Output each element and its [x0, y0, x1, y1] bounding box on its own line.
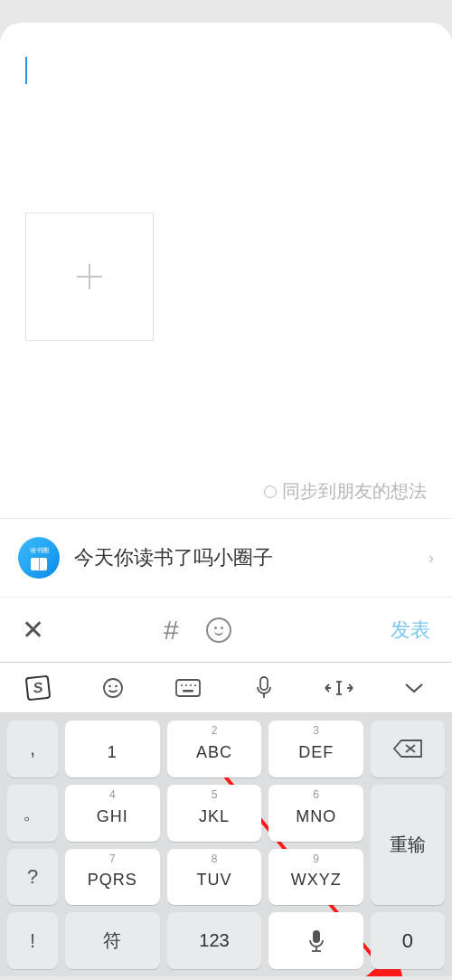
kb-layout-button[interactable]	[151, 679, 226, 697]
key-5-jkl[interactable]: 5JKL	[167, 785, 262, 842]
key-number-mode[interactable]: 123	[167, 912, 262, 969]
emoji-button[interactable]	[206, 617, 231, 643]
keyboard-icon	[175, 679, 201, 697]
smile-icon	[102, 677, 124, 699]
key-3-def[interactable]: 3DEF	[268, 721, 363, 777]
compose-textarea[interactable]	[0, 23, 452, 212]
svg-point-9	[190, 684, 192, 686]
ime-logo-button[interactable]: S	[0, 676, 75, 700]
svg-point-4	[108, 684, 111, 687]
text-caret	[25, 57, 27, 84]
key-exclaim[interactable]: !	[7, 912, 58, 969]
key-zero[interactable]: 0	[371, 912, 445, 969]
plus-icon	[71, 259, 108, 295]
key-1[interactable]: 1	[65, 721, 160, 777]
svg-point-8	[185, 684, 187, 686]
backspace-icon	[392, 739, 423, 759]
svg-rect-6	[176, 680, 200, 696]
sync-label: 同步到朋友的想法	[282, 479, 427, 504]
kb-cursor-button[interactable]	[301, 679, 376, 697]
key-space[interactable]	[268, 912, 363, 969]
key-2-abc[interactable]: 2ABC	[167, 721, 262, 777]
svg-point-5	[115, 684, 118, 687]
kb-voice-button[interactable]	[226, 676, 301, 700]
kb-emoji-button[interactable]	[75, 677, 150, 699]
radio-unchecked-icon	[264, 485, 277, 498]
close-button[interactable]: ✕	[22, 614, 44, 645]
chevron-down-icon	[404, 682, 424, 694]
publish-button[interactable]: 发表	[391, 617, 430, 644]
svg-rect-11	[183, 690, 193, 693]
key-7-pqrs[interactable]: 7PQRS	[65, 849, 160, 906]
svg-point-10	[194, 684, 196, 686]
chevron-right-icon: ›	[428, 549, 434, 568]
svg-rect-19	[313, 930, 320, 943]
key-comma[interactable]: ,	[7, 721, 58, 777]
hashtag-button[interactable]: #	[164, 615, 179, 645]
add-photo-button[interactable]	[25, 212, 154, 341]
svg-point-3	[104, 679, 122, 697]
key-backspace[interactable]	[371, 721, 445, 777]
key-9-wxyz[interactable]: 9WXYZ	[268, 849, 363, 906]
key-4-ghi[interactable]: 4GHI	[65, 785, 160, 842]
key-symbol[interactable]: 符	[65, 912, 160, 969]
kb-collapse-button[interactable]	[377, 682, 452, 694]
key-period[interactable]: 。	[7, 785, 58, 842]
circle-avatar-icon: 读书圈	[18, 537, 60, 579]
circle-name: 今天你读书了吗小圈子	[74, 544, 428, 571]
svg-point-7	[181, 684, 183, 686]
key-8-tuv[interactable]: 8TUV	[167, 849, 262, 906]
mic-icon	[307, 929, 325, 953]
key-question[interactable]: ?	[7, 849, 58, 906]
soft-keyboard: S , 1 2ABC 3DEF	[0, 662, 452, 976]
key-6-mno[interactable]: 6MNO	[268, 785, 363, 842]
svg-rect-12	[260, 677, 268, 690]
cursor-move-icon	[324, 679, 354, 697]
circle-selector[interactable]: 读书圈 今天你读书了吗小圈子 ›	[0, 518, 452, 598]
sync-to-moments-toggle[interactable]: 同步到朋友的想法	[0, 479, 452, 518]
key-reinput[interactable]: 重输	[371, 785, 445, 906]
mic-icon	[255, 676, 273, 700]
